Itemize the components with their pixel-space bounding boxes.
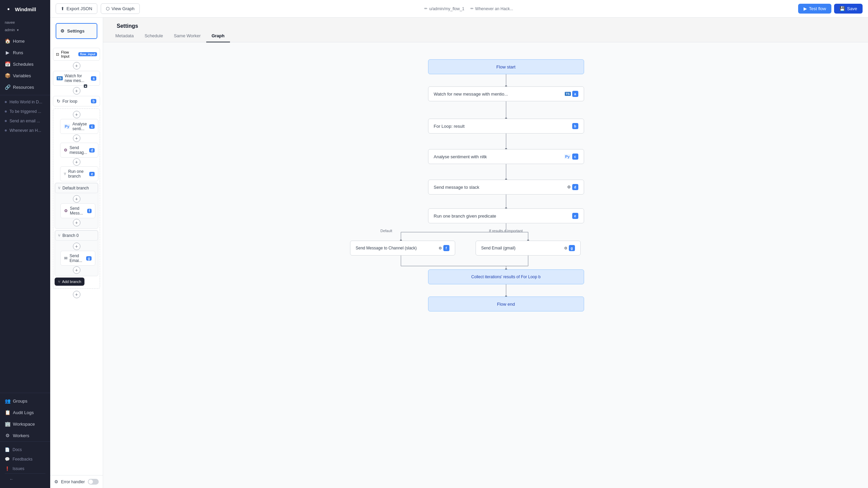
view-graph-label: View Graph xyxy=(112,6,135,11)
tab-metadata[interactable]: Metadata xyxy=(110,30,139,42)
settings-header[interactable]: ⚙ Settings xyxy=(56,23,97,39)
branch-icon: ⑂ xyxy=(64,171,66,176)
tab-schedule[interactable]: Schedule xyxy=(139,30,168,42)
node-b-item[interactable]: ↻ For loop b xyxy=(53,96,100,106)
save-button[interactable]: 💾 Save xyxy=(834,4,863,14)
schedules-icon: 📅 xyxy=(5,61,10,67)
node-a-item[interactable]: TS Watch for new mes... a xyxy=(53,71,100,86)
sidebar-item-whenever-hack[interactable]: Whenever an H... xyxy=(0,126,50,135)
slack-icon: ⚙ xyxy=(64,148,67,152)
branch-0-block: ⑂ Branch 0 + ✉ Send Emai... g + xyxy=(55,230,98,276)
topbar-right: ▶ Test flow 💾 Save xyxy=(798,4,863,14)
add-in-branch0-button[interactable]: + xyxy=(73,243,80,250)
add-after-g-button[interactable]: + xyxy=(73,266,80,274)
node-f-letter: f xyxy=(443,245,449,251)
node-c-badge: c xyxy=(89,124,95,129)
add-after-loop-button[interactable]: + xyxy=(73,291,80,298)
add-branch-button[interactable]: ⑂ Add branch xyxy=(55,278,84,286)
sidebar-item-groups[interactable]: 👥 Groups xyxy=(0,395,50,407)
view-graph-button[interactable]: ⬡ View Graph xyxy=(101,3,140,14)
sidebar-item-hello-world[interactable]: Hello World in D... xyxy=(0,97,50,107)
settings-title-area: Settings xyxy=(103,18,868,29)
graph-node-f[interactable]: Send Message to Channel (slack) ⚙ f xyxy=(350,241,455,256)
sidebar-item-send-email[interactable]: Send an email ... xyxy=(0,116,50,126)
feedbacks-label: Feedbacks xyxy=(13,457,33,462)
sidebar-item-variables[interactable]: 📦 Variables xyxy=(0,70,50,81)
export-json-button[interactable]: ⬆ Export JSON xyxy=(56,3,97,14)
graph-node-b[interactable]: For Loop: result b xyxy=(428,119,584,134)
node-g-item[interactable]: ✉ Send Emai... g xyxy=(60,251,95,266)
sidebar-item-feedbacks[interactable]: 💬 Feedbacks xyxy=(5,454,45,464)
add-in-loop-button[interactable]: + xyxy=(73,111,80,118)
sidebar-item-runs[interactable]: ▶ Runs xyxy=(0,47,50,58)
feedbacks-icon: 💬 xyxy=(5,457,10,462)
trigger-path[interactable]: ✏ Whenever an Hack... xyxy=(470,6,513,11)
node-e-badge-group: e xyxy=(572,213,578,219)
add-after-c-button[interactable]: + xyxy=(73,135,80,142)
groups-icon: 👥 xyxy=(5,398,10,404)
sidebar: Windmill navee admin ▾ 🏠 Home ▶ Runs 📅 S… xyxy=(0,0,50,488)
sidebar-item-label: Groups xyxy=(13,399,27,404)
graph-node-d[interactable]: Send message to slack ⚙ d xyxy=(428,180,584,195)
sidebar-item-resources[interactable]: 🔗 Resources xyxy=(0,81,50,93)
sidebar-item-issues[interactable]: ❗ Issues xyxy=(5,464,45,473)
node-d-item[interactable]: ⚙ Send messag... d xyxy=(60,143,98,158)
add-after-d-button[interactable]: + xyxy=(73,158,80,166)
python-icon: Py xyxy=(64,124,70,129)
add-after-f-button[interactable]: + xyxy=(73,219,80,226)
node-f-item[interactable]: ⚙ Send Mess... f xyxy=(60,203,95,218)
graph-node-g[interactable]: Send Email (gmail) ⚙ g xyxy=(476,241,581,256)
export-icon: ⬆ xyxy=(61,6,64,11)
dot-icon xyxy=(5,101,7,103)
test-flow-button[interactable]: ▶ Test flow xyxy=(798,4,832,14)
node-a-ts-icon: TS xyxy=(565,92,571,96)
node-e-graph-label: Run one branch given predicate xyxy=(434,214,572,219)
sidebar-item-schedules[interactable]: 📅 Schedules xyxy=(0,58,50,70)
graph-node-flow-start: Flow start xyxy=(428,59,584,74)
node-b-graph-label: For Loop: result xyxy=(434,124,572,129)
default-branch-header[interactable]: ⑂ Default branch xyxy=(55,183,98,193)
app-logo[interactable]: Windmill xyxy=(0,0,50,18)
admin-name: admin xyxy=(5,28,15,32)
sidebar-item-label: Schedules xyxy=(13,62,34,67)
branch-0-header[interactable]: ⑂ Branch 0 xyxy=(55,230,98,241)
back-button[interactable]: ← xyxy=(5,473,45,485)
graph-node-collect: Collect iterations' results of For Loop … xyxy=(428,269,584,284)
condition-branch-label: If results.d.important xyxy=(489,229,523,233)
node-c-item[interactable]: Py Analyse senti... c xyxy=(60,119,98,134)
graph-node-c[interactable]: Analyse sentiment with nltk Py c xyxy=(428,149,584,164)
graph-node-e[interactable]: Run one branch given predicate e xyxy=(428,208,584,223)
sidebar-item-audit-logs[interactable]: 📋 Audit Logs xyxy=(0,407,50,418)
flow-path-text: u/admin/my_flow_1 xyxy=(429,6,464,11)
sidebar-item-to-be-triggered[interactable]: To be triggered ... xyxy=(0,107,50,116)
error-handler-section: ⚙ Error handler xyxy=(50,475,103,488)
graph-node-a[interactable]: Watch for new message with mentio... TS … xyxy=(428,86,584,101)
branch-0-label: Branch 0 xyxy=(62,233,79,238)
admin-section[interactable]: admin ▾ xyxy=(0,28,50,35)
flow-input-badge: flow_input xyxy=(78,52,97,56)
flow-path[interactable]: ✏ u/admin/my_flow_1 xyxy=(424,6,464,11)
node-b-badge: b xyxy=(91,99,96,103)
add-after-input-button[interactable]: + xyxy=(73,62,80,69)
add-in-default-button[interactable]: + xyxy=(73,195,80,203)
node-e-item[interactable]: ⑂ Run one branch e xyxy=(60,166,98,181)
footer-nav: 📄 Docs 💬 Feedbacks ❗ Issues ← xyxy=(0,441,50,488)
node-d-letter: d xyxy=(572,184,578,190)
bottom-nav: 👥 Groups 📋 Audit Logs 🏢 Workspace ⚙ Work… xyxy=(0,395,50,441)
sidebar-item-workers[interactable]: ⚙ Workers xyxy=(0,430,50,441)
docs-icon: 📄 xyxy=(5,447,10,452)
sidebar-item-home[interactable]: 🏠 Home xyxy=(0,35,50,47)
tab-graph[interactable]: Graph xyxy=(206,30,230,42)
windmill-logo-icon xyxy=(5,5,12,13)
sidebar-item-label: Runs xyxy=(13,50,23,55)
error-handler-toggle[interactable] xyxy=(88,479,99,485)
flow-input-item[interactable]: ⊡ Flow Input flow_input xyxy=(53,48,100,61)
add-after-a-button[interactable]: + xyxy=(73,87,80,95)
tab-same-worker[interactable]: Same Worker xyxy=(168,30,206,42)
sidebar-item-workspace[interactable]: 🏢 Workspace xyxy=(0,418,50,430)
ts-icon: TS xyxy=(57,76,63,80)
sidebar-item-label: Hello World in D... xyxy=(9,100,42,104)
sidebar-item-docs[interactable]: 📄 Docs xyxy=(5,445,45,454)
node-g-badge-group: ⚙ g xyxy=(564,245,575,251)
settings-label: Settings xyxy=(67,28,84,34)
